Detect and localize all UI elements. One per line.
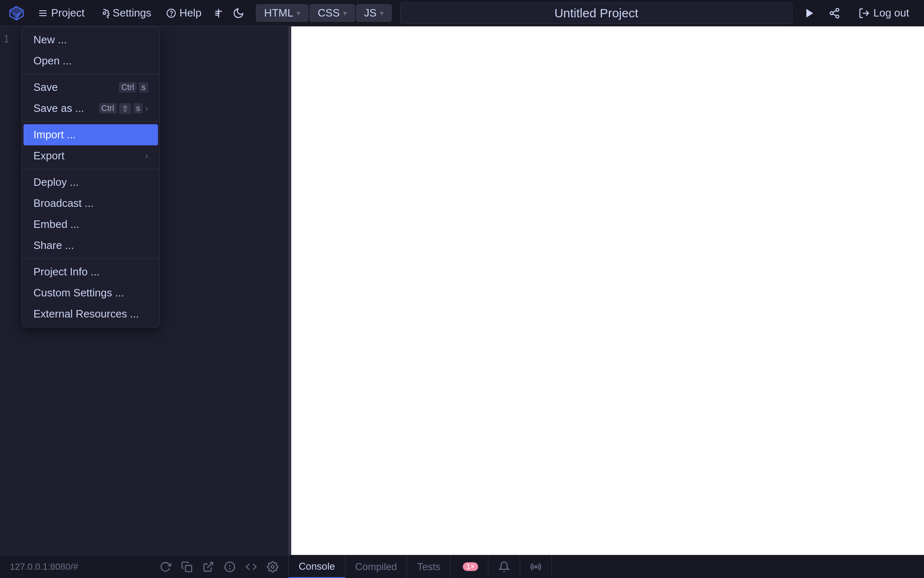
multiplier-badge: 1× [463,562,478,571]
multiplier-tab[interactable]: 1× [450,555,488,578]
menu-item-embed-label: Embed ... [33,218,79,231]
translate-icon [213,7,224,19]
open-external-button[interactable] [203,561,214,573]
menu-section-project: Project Info ... Custom Settings ... Ext… [22,259,160,327]
open-external-icon [203,561,214,573]
info-icon [224,561,236,573]
menu-item-embed[interactable]: Embed ... [24,214,158,235]
logo[interactable] [7,3,26,23]
logout-button[interactable]: Log out [850,4,917,22]
svg-point-22 [271,565,274,568]
menu-item-project-info-label: Project Info ... [33,265,99,278]
play-icon [804,7,816,19]
editor-tabs: HTML ▾ CSS ▾ JS ▾ [256,4,392,22]
share-button[interactable] [825,4,844,22]
menu-item-external-resources[interactable]: External Resources ... [24,303,158,325]
code-format-button[interactable] [245,561,257,573]
menu-item-save-as[interactable]: Save as ... Ctrl ⇧ s › [24,98,158,119]
darkmode-button[interactable] [229,4,248,22]
settings-button[interactable]: Settings [93,4,158,22]
settings-label: Settings [113,7,151,19]
project-dropdown: New ... Open ... Save Ctrl s Save as ... [21,26,160,327]
menu-item-import[interactable]: Import ... [24,124,158,145]
statusbar-icons [160,561,278,573]
js-tab[interactable]: JS ▾ [356,4,392,22]
menu-section-save: Save Ctrl s Save as ... Ctrl ⇧ s › [22,74,160,122]
menu-item-import-label: Import ... [33,128,76,141]
svg-point-7 [103,12,106,14]
menu-item-save-as-shortcut: Ctrl ⇧ s › [99,103,148,114]
statusbar: 127.0.0.1:8080/# [0,555,289,578]
editor-area: 1 New ... Open ... Save Ctrl s [0,26,289,555]
menu-item-new[interactable]: New ... [24,29,158,50]
menu-item-save[interactable]: Save Ctrl s [24,77,158,98]
menu-item-open-label: Open ... [33,54,72,67]
translate-button[interactable] [210,4,228,22]
compiled-tab-label: Compiled [355,561,397,573]
svg-line-18 [207,562,213,568]
svg-point-11 [836,8,839,11]
menu-item-custom-settings[interactable]: Custom Settings ... [24,282,158,303]
bottom-tabs: Console Compiled Tests 1× [289,555,924,578]
tests-tab[interactable]: Tests [407,555,450,578]
main-content: 1 New ... Open ... Save Ctrl s [0,26,924,555]
svg-line-14 [833,14,836,16]
broadcast-icon [530,561,542,573]
run-button[interactable] [801,4,819,22]
settings-icon [99,8,109,18]
menu-item-project-info[interactable]: Project Info ... [24,261,158,282]
css-tab[interactable]: CSS ▾ [309,4,355,22]
settings-statusbar-button[interactable] [267,561,278,573]
menu-section-file-new: New ... Open ... [22,27,160,74]
project-label: Project [51,7,85,19]
js-tab-chevron: ▾ [380,9,384,18]
project-menu-button[interactable]: Project [31,4,91,22]
svg-point-23 [535,566,537,568]
console-tab-label: Console [299,561,335,572]
line-numbers: 1 [0,26,23,52]
help-label: Help [179,7,201,19]
refresh-button[interactable] [160,561,171,573]
project-title[interactable]: Untitled Project [400,2,792,24]
info-button[interactable] [224,561,236,573]
menu-item-deploy-label: Deploy ... [33,176,79,189]
svg-point-13 [836,15,839,18]
menu-item-external-resources-label: External Resources ... [33,308,139,320]
console-tab[interactable]: Console [289,555,345,578]
navbar: Project Settings Help HTML ▾ CSS [0,0,924,26]
menu-item-share[interactable]: Share ... [24,235,158,256]
line-number-1: 1 [3,31,20,47]
bottom-row: 127.0.0.1:8080/# [0,555,924,578]
svg-rect-17 [186,565,192,571]
statusbar-address: 127.0.0.1:8080/# [10,561,101,572]
svg-line-15 [833,10,836,12]
menu-item-save-shortcut: Ctrl s [119,82,148,92]
html-tab-chevron: ▾ [297,9,300,18]
html-tab[interactable]: HTML ▾ [256,4,309,22]
help-icon [166,8,176,18]
menu-item-save-as-label: Save as ... [33,102,84,115]
broadcast-tab[interactable] [520,555,552,578]
copy-button[interactable] [181,561,193,573]
svg-marker-10 [806,9,813,17]
copy-icon [181,561,193,573]
statusbar-url: 127.0.0.1:8080/# [10,561,78,572]
refresh-icon [160,561,171,573]
menu-item-custom-settings-label: Custom Settings ... [33,287,124,299]
logout-icon [858,7,870,19]
menu-item-export-label: Export [33,149,64,162]
compiled-tab[interactable]: Compiled [345,555,407,578]
menu-item-export-arrow: › [145,151,148,161]
menu-item-save-label: Save [33,81,58,94]
moon-icon [233,7,244,19]
share-icon [829,7,840,19]
preview-area [291,26,924,555]
notifications-tab[interactable] [488,555,520,578]
menu-item-deploy[interactable]: Deploy ... [24,172,158,193]
menu-item-broadcast[interactable]: Broadcast ... [24,193,158,214]
menu-item-export[interactable]: Export › [24,145,158,166]
code-format-icon [245,561,257,573]
menu-item-open[interactable]: Open ... [24,50,158,71]
menu-section-deploy: Deploy ... Broadcast ... Embed ... Share… [22,169,160,259]
help-button[interactable]: Help [160,4,208,22]
